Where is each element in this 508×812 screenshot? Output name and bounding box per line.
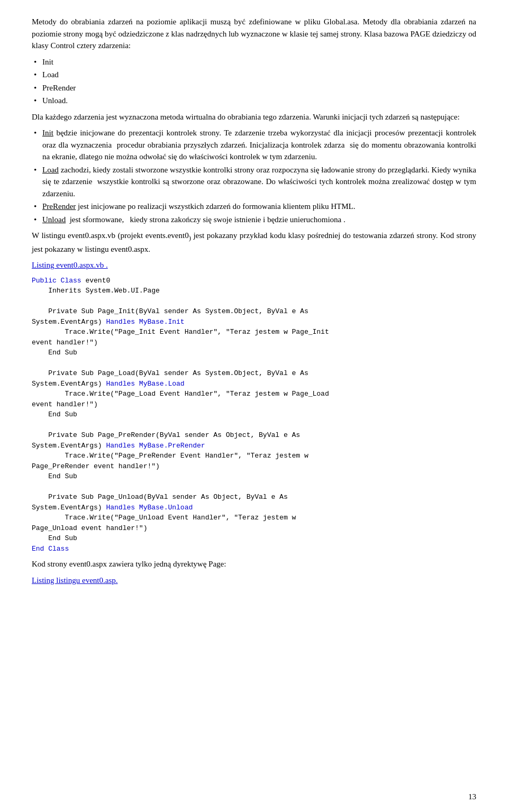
main-content: Metody do obrabiania zdarzeń na poziomie… xyxy=(32,16,476,586)
list-item-unload-detail: Unload jest sformowane, kiedy strona zak… xyxy=(32,214,476,226)
code-block-1: Public Class event0 Inherits System.Web.… xyxy=(32,276,476,554)
paragraph-1: Metody do obrabiania zdarzeń na poziomie… xyxy=(32,16,476,52)
listing-link-1[interactable]: Listing event0.aspx.vb . xyxy=(32,259,476,271)
paragraph-4: Kod strony event0.aspx zawiera tylko jed… xyxy=(32,558,476,570)
load-label: Load xyxy=(42,166,59,174)
listing-link-2[interactable]: Listing listingu event0.asp. xyxy=(32,574,476,587)
list-item-prerender: PreRender xyxy=(32,82,476,94)
list-item-load: Load xyxy=(32,69,476,81)
list-item-prerender-detail: PreRender jest inicjowane po realizacji … xyxy=(32,200,476,213)
prerender-label: PreRender xyxy=(42,202,76,211)
init-label: Init xyxy=(42,129,53,137)
bullet-list-2: Init będzie inicjowane do prezentacji ko… xyxy=(32,127,476,225)
list-item-load-detail: Load zachodzi, kiedy zostali stworzone w… xyxy=(32,164,476,200)
paragraph-2: Dla każdego zdarzenia jest wyznaczona me… xyxy=(32,111,476,123)
page-number: 13 xyxy=(468,792,476,801)
list-item-unload: Unload. xyxy=(32,95,476,107)
unload-label: Unload xyxy=(42,215,66,224)
paragraph-3: W listingu event0.aspx.vb (projekt event… xyxy=(32,230,476,255)
bullet-list-1: Init Load PreRender Unload. xyxy=(32,56,476,107)
list-item-init: Init xyxy=(32,56,476,68)
list-item-init-detail: Init będzie inicjowane do prezentacji ko… xyxy=(32,127,476,163)
